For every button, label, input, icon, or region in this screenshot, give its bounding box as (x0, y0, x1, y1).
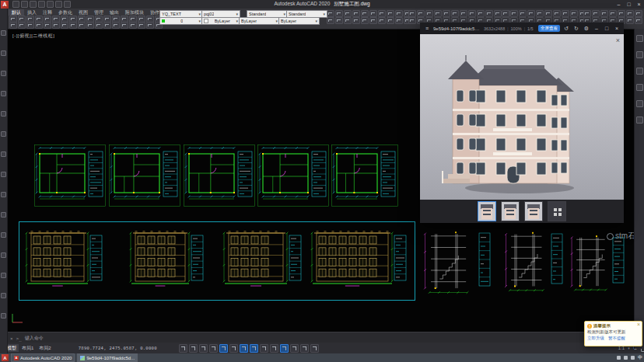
tool-icon[interactable] (562, 10, 569, 17)
viewer-maximize-button[interactable]: □ (603, 23, 611, 34)
taskbar-autocad-icon[interactable]: A (2, 354, 9, 361)
popup-link-primary[interactable]: 立即升级 (587, 336, 604, 341)
tray-network-icon[interactable] (617, 356, 621, 360)
tool-icon[interactable] (485, 10, 493, 17)
command-prompt-text[interactable]: 键入命令 (25, 335, 44, 342)
tool-icon[interactable] (626, 10, 634, 17)
tool-icon[interactable] (335, 17, 343, 24)
panel-tool-icon[interactable] (636, 100, 643, 107)
elevation-4[interactable] (309, 226, 408, 298)
viewer-menu-icon[interactable]: ≡ (423, 23, 431, 34)
tool-icon[interactable] (626, 17, 634, 24)
tool-icon[interactable] (138, 22, 145, 29)
tool-icon[interactable] (344, 10, 352, 17)
ribbon-tab-4[interactable]: 视图 (75, 9, 91, 16)
tool-icon[interactable] (146, 22, 154, 29)
ribbon-tab-0[interactable]: 默认 (9, 9, 24, 16)
new-file-icon[interactable] (12, 1, 19, 8)
tool-icon[interactable] (395, 17, 403, 24)
left-tool-icon[interactable] (1, 131, 6, 137)
tool-icon[interactable] (387, 17, 394, 24)
left-tool-icon[interactable] (1, 111, 6, 117)
tool-icon[interactable] (635, 17, 642, 24)
undo-icon[interactable] (47, 1, 54, 8)
floor-plan-4[interactable] (257, 144, 329, 210)
more-thumbnails[interactable] (548, 201, 566, 221)
status-toggle-12[interactable] (300, 344, 309, 353)
color-combo[interactable]: ByLayer ▾ (201, 17, 240, 25)
tool-icon[interactable] (536, 10, 544, 17)
status-toggle-2[interactable] (199, 344, 208, 353)
tool-icon[interactable] (327, 10, 334, 17)
tool-icon[interactable] (408, 17, 416, 24)
tray-notification-icon[interactable] (631, 356, 635, 360)
tool-icon[interactable] (417, 10, 425, 17)
left-tool-icon[interactable] (1, 293, 6, 298)
tool-icon[interactable] (570, 10, 578, 17)
tool-icon[interactable] (527, 10, 535, 17)
left-tool-icon[interactable] (1, 273, 6, 278)
linetype-combo[interactable]: ByLayer ▾ (239, 17, 280, 25)
viewer-image-area[interactable]: × (420, 34, 624, 200)
rotate-left-icon[interactable]: ↺ (562, 23, 570, 34)
tool-icon[interactable] (369, 17, 377, 24)
left-tool-icon[interactable] (1, 151, 6, 157)
taskbar-button-image[interactable]: 9e59d4-107f9addc5d... (77, 353, 138, 362)
ribbon-tab-1[interactable]: 插入 (24, 9, 40, 16)
status-toggle-5[interactable] (229, 344, 238, 353)
status-toggle-9[interactable] (270, 344, 278, 353)
left-tool-icon[interactable] (1, 232, 6, 238)
tool-icon[interactable] (129, 22, 137, 29)
tool-icon[interactable] (86, 22, 94, 29)
tool-icon[interactable] (502, 10, 509, 17)
autocad-logo-icon[interactable]: A (1, 1, 9, 9)
thumbnail-3[interactable] (524, 201, 543, 221)
tool-icon[interactable] (344, 17, 352, 24)
tool-icon[interactable] (553, 10, 561, 17)
tool-icon[interactable] (327, 17, 334, 24)
print-icon[interactable] (38, 1, 45, 8)
tool-icon[interactable] (103, 22, 111, 29)
tool-icon[interactable] (335, 10, 343, 17)
taskbar-button-autocad[interactable]: A Autodesk AutoCAD 2020 (11, 353, 75, 362)
left-tool-icon[interactable] (1, 71, 6, 76)
tool-icon[interactable] (352, 17, 360, 24)
layout-tab-1[interactable]: 布局1 (19, 344, 36, 352)
status-toggle-4[interactable] (219, 344, 228, 353)
tool-icon[interactable] (369, 10, 377, 17)
floor-plan-2[interactable] (109, 144, 180, 210)
tool-icon[interactable] (477, 10, 485, 17)
status-toggle-0[interactable] (179, 344, 187, 353)
status-toggle-6[interactable] (240, 344, 248, 353)
save-icon[interactable] (30, 1, 37, 8)
tool-icon[interactable] (78, 22, 86, 29)
rotate-right-icon[interactable]: ↻ (572, 23, 580, 34)
panel-tool-icon[interactable] (636, 68, 643, 75)
section-detail-2[interactable] (501, 226, 565, 298)
tool-icon[interactable] (510, 10, 518, 17)
viewport-controls[interactable]: [-][俯视][二维线框] (12, 33, 55, 40)
lineweight-combo[interactable]: ByLayer ▾ (278, 17, 320, 25)
popup-close-icon[interactable]: × (637, 322, 640, 327)
tool-icon[interactable] (443, 10, 450, 17)
viewer-minimize-button[interactable]: – (593, 23, 600, 34)
ribbon-tab-6[interactable]: 输出 (107, 9, 122, 16)
tool-icon[interactable] (434, 10, 442, 17)
status-toggle-8[interactable] (260, 344, 268, 353)
ime-indicator[interactable]: 中 (638, 354, 642, 361)
elevation-2[interactable] (128, 226, 205, 298)
left-tool-icon[interactable] (1, 212, 6, 218)
status-toggle-11[interactable] (290, 344, 299, 353)
command-close-icon[interactable]: × (10, 336, 13, 341)
image-close-icon[interactable]: × (616, 37, 620, 44)
tool-icon[interactable] (425, 10, 433, 17)
command-line[interactable]: × >_ 键入命令 (7, 332, 640, 343)
panel-tool-icon[interactable] (636, 35, 643, 42)
tool-icon[interactable] (451, 10, 459, 17)
tool-icon[interactable] (361, 17, 369, 24)
viewer-settings-icon[interactable]: ⚙ (583, 23, 590, 34)
floor-plan-3[interactable] (184, 144, 255, 210)
tool-icon[interactable] (44, 22, 51, 29)
ribbon-tab-3[interactable]: 参数化 (55, 9, 75, 16)
open-file-icon[interactable] (21, 1, 28, 8)
